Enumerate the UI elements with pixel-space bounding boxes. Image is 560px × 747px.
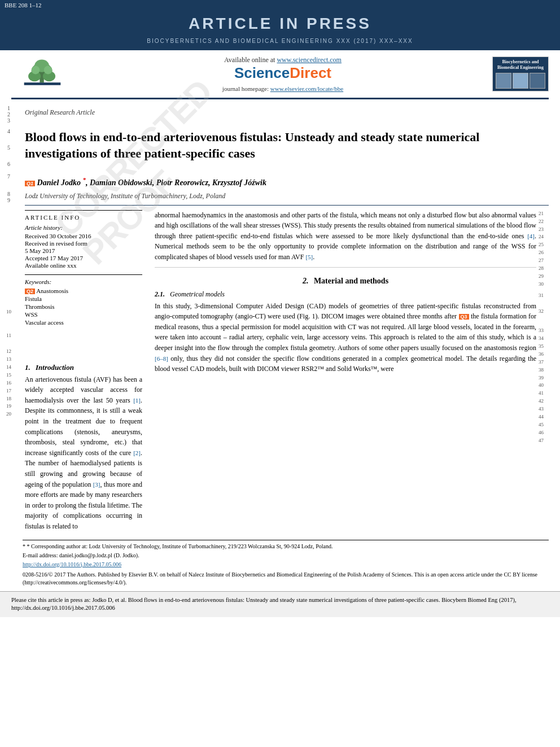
citation-text: Please cite this article in press as: Jo… — [11, 597, 517, 611]
journal-subheader-text: BIOCYBERNETICS AND BIOMEDICAL ENGINEERIN… — [147, 38, 413, 44]
available-online: Available online xxx — [25, 262, 142, 269]
section2-1-number: 2.1. — [155, 290, 165, 298]
left-column: ARTICLE INFO Article history: Received 3… — [12, 210, 142, 535]
article-type-label: Original Research Article — [25, 104, 549, 119]
right-col-text: abnormal haemodynamics in the anastomosi… — [155, 210, 536, 445]
article-info-section: ARTICLE INFO Article history: Received 3… — [25, 210, 142, 269]
keywords-label: Keywords: — [25, 278, 142, 285]
citation-box: Please cite this article in press as: Jo… — [0, 591, 560, 617]
affiliation-line: Lodz University of Technology, Institute… — [25, 191, 549, 204]
journal-cover-box: Biocybernetics and Biomedical Engineerin… — [492, 56, 549, 91]
right-column: abnormal haemodynamics in the anastomosi… — [155, 210, 549, 535]
article-body: CORRECTEDPROOF 1 2 3 Original Research A… — [0, 99, 560, 535]
keyword-3: Thrombosis — [25, 303, 142, 310]
elsevier-tree-icon — [20, 56, 65, 90]
keyword-4: WSS — [25, 311, 142, 318]
q3-marker: Q3 — [459, 314, 469, 320]
q1-marker: Q1 — [25, 181, 35, 186]
received-date: Received 30 October 2016 — [25, 233, 142, 239]
right-col-para1: abnormal haemodynamics in the anastomosi… — [155, 210, 536, 263]
article-info-title: ARTICLE INFO — [25, 214, 142, 221]
elsevier-logo — [11, 56, 73, 91]
ref-6-8: [6–8] — [155, 355, 168, 362]
authors-row: 7 Q1 Daniel Jodko *, Damian Obidowski, P… — [0, 167, 560, 190]
keyword-5: Vascular access — [25, 319, 142, 326]
line-numbers-1-3: 1 2 3 — [0, 104, 12, 124]
header-section: Available online at www.sciencedirect.co… — [0, 49, 560, 98]
keyword-2: Fistula — [25, 295, 142, 302]
svg-point-7 — [44, 66, 53, 75]
cover-img-2 — [513, 73, 528, 89]
line-number-8: 89 — [0, 191, 12, 204]
svg-point-6 — [32, 66, 40, 75]
footnote-area: * * Corresponding author at: Lodz Univer… — [23, 540, 549, 587]
keywords-section: Keywords: Q2 Anastomosis Fistula Thrombo… — [25, 274, 142, 326]
top-bar-left: BBE 208 1–12 — [5, 2, 41, 8]
article-history-label: Article history: — [25, 224, 142, 231]
q2-marker: Q2 — [25, 289, 35, 294]
section-divider-2 — [155, 267, 536, 268]
section2-title: Material and methods — [314, 277, 388, 285]
right-col-with-nums: abnormal haemodynamics in the anastomosi… — [155, 210, 549, 445]
section2-number: 2. — [303, 277, 309, 285]
article-type-content: Original Research Article — [12, 104, 549, 124]
authors-content: Q1 Daniel Jodko *, Damian Obidowski, Pio… — [12, 172, 549, 189]
accepted-date: Accepted 17 May 2017 — [25, 255, 142, 261]
journal-cover-title: Biocybernetics and Biomedical Engineerin… — [495, 59, 546, 70]
line-numbers-4-6: 4 5 6 — [0, 126, 12, 167]
section2-1-header: 2.1. Geometrical models — [155, 288, 536, 301]
keyword-1: Q2 Anastomosis — [25, 287, 142, 294]
line-number-7: 7 — [0, 172, 12, 189]
footnote-corresponding: * * Corresponding author at: Lodz Univer… — [23, 543, 549, 551]
journal-homepage-text: journal homepage: www.elsevier.com/locat… — [79, 85, 487, 92]
ref-5: [5] — [305, 254, 313, 260]
sd-dot: Direct — [290, 64, 331, 81]
right-line-numbers-upper — [142, 210, 155, 535]
left-line-nums-intro: 10 11 12 13 14 15 16 17 18 19 20 — [1, 308, 11, 418]
sd-science: Science — [234, 64, 290, 81]
ref-3: [3] — [93, 481, 100, 488]
article-type-row: 1 2 3 Original Research Article — [0, 99, 560, 124]
revised-date: 5 May 2017 — [25, 247, 142, 254]
top-bar: BBE 208 1–12 — [0, 0, 560, 10]
title-row: 4 5 6 Blood flows in end-to-end arteriov… — [0, 124, 560, 167]
intro-paragraph: An arteriovenous fistula (AVF) has been … — [25, 374, 142, 532]
footnote-email: E-mail address: daniel.jodko@p.lodz.pl (… — [23, 552, 549, 560]
affiliation-content: Lodz University of Technology, Institute… — [12, 191, 549, 204]
sciencedirect-url[interactable]: www.sciencedirect.com — [277, 56, 342, 64]
footnote-doi: http://dx.doi.org/10.1016/j.bbe.2017.05.… — [23, 561, 549, 569]
journal-subheader: BIOCYBERNETICS AND BIOMEDICAL ENGINEERIN… — [0, 35, 560, 49]
intro-section-header: 1. Introduction — [25, 360, 142, 374]
available-online-text: Available online at www.sciencedirect.co… — [79, 56, 487, 64]
aip-banner: ARTICLE IN PRESS — [0, 10, 560, 35]
ref-4: [4] — [527, 233, 535, 239]
article-title: Blood flows in end-to-end arteriovenous … — [25, 126, 549, 165]
cover-images — [495, 73, 546, 89]
right-side-line-numbers: 21 22 23 24 25 26 27 28 29 30 31 32 33 3… — [536, 210, 549, 445]
aip-text: ARTICLE IN PRESS — [0, 15, 560, 33]
journal-url[interactable]: www.elsevier.com/locate/bbe — [270, 85, 343, 92]
footnote-copyright: 0208-5216/© 2017 The Authors. Published … — [23, 571, 549, 587]
svg-rect-0 — [24, 82, 61, 85]
cover-img-1 — [496, 73, 511, 89]
affiliation-row: 89 Lodz University of Technology, Instit… — [0, 190, 560, 205]
ref-2: [2] — [133, 449, 141, 456]
intro-title: Introduction — [36, 363, 74, 372]
cover-img-3 — [530, 73, 545, 89]
sciencedirect-logo: ScienceDirect — [79, 64, 487, 82]
section2-header: 2. Material and methods — [155, 272, 536, 288]
title-content: Blood flows in end-to-end arteriovenous … — [12, 126, 549, 167]
section2-para: In this study, 3-dimensional Computer Ai… — [155, 301, 536, 374]
header-center: Available online at www.sciencedirect.co… — [79, 56, 487, 92]
intro-section-number: 1. — [25, 363, 30, 372]
main-two-col: ARTICLE INFO Article history: Received 3… — [0, 206, 560, 535]
ref-1: [1] — [133, 397, 141, 404]
authors-line: Q1 Daniel Jodko *, Damian Obidowski, Pio… — [25, 172, 549, 189]
section2-1-title: Geometrical models — [170, 290, 225, 298]
revised-label: Received in revised form — [25, 240, 142, 247]
